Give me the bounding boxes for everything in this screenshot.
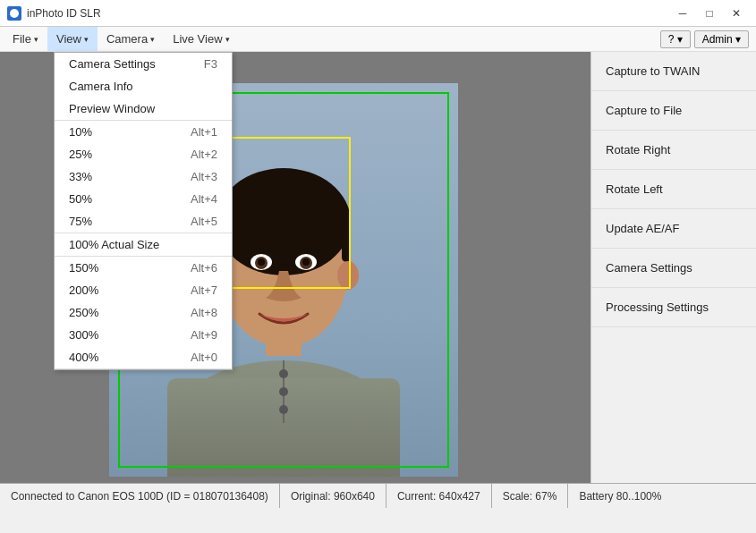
close-button[interactable]: ✕ <box>724 4 749 22</box>
status-original: Original: 960x640 <box>280 484 386 508</box>
rotate-left-button[interactable]: Rotate Left <box>591 170 756 209</box>
svg-point-15 <box>258 258 265 266</box>
menu-liveview[interactable]: Live View ▾ <box>164 27 238 51</box>
window-controls: ─ □ ✕ <box>670 4 749 22</box>
menu-zoom-75[interactable]: 75% Alt+5 <box>55 210 232 233</box>
menu-zoom-400[interactable]: 400% Alt+0 <box>55 346 232 368</box>
svg-point-0 <box>10 9 19 18</box>
menu-camera-settings[interactable]: Camera Settings F3 <box>55 53 232 75</box>
camera-arrow-icon: ▾ <box>150 35 155 44</box>
processing-settings-button[interactable]: Processing Settings <box>591 288 756 327</box>
rotate-right-button[interactable]: Rotate Right <box>591 131 756 170</box>
status-scale: Scale: 67% <box>492 484 569 508</box>
camera-settings-button[interactable]: Camera Settings <box>591 249 756 288</box>
menu-zoom-250[interactable]: 250% Alt+8 <box>55 301 232 324</box>
svg-point-10 <box>337 261 359 290</box>
app-icon <box>7 6 21 21</box>
capture-file-button[interactable]: Capture to File <box>591 91 756 131</box>
menu-bar: File ▾ View ▾ Camera ▾ Live View ▾ ? ▾ A… <box>0 27 756 52</box>
update-aeaf-button[interactable]: Update AE/AF <box>591 209 756 249</box>
svg-point-6 <box>217 168 351 275</box>
file-arrow-icon: ▾ <box>34 35 38 44</box>
menu-zoom-25[interactable]: 25% Alt+2 <box>55 143 232 165</box>
liveview-arrow-icon: ▾ <box>225 35 230 44</box>
svg-rect-8 <box>342 208 351 262</box>
status-connection: Connected to Canon EOS 100D (ID = 018070… <box>0 484 280 508</box>
menu-right: ? ▾ Admin ▾ <box>660 27 752 51</box>
right-sidebar: Capture to TWAIN Capture to File Rotate … <box>590 52 756 508</box>
minimize-button[interactable]: ─ <box>670 4 695 22</box>
maximize-button[interactable]: □ <box>697 4 722 22</box>
admin-button[interactable]: Admin ▾ <box>694 30 749 48</box>
status-bar: Connected to Canon EOS 100D (ID = 018070… <box>0 483 756 508</box>
title-bar: inPhoto ID SLR ─ □ ✕ <box>0 0 756 27</box>
svg-point-19 <box>279 387 288 396</box>
menu-zoom-150[interactable]: 150% Alt+6 <box>55 257 232 279</box>
menu-preview-window[interactable]: Preview Window <box>55 97 232 120</box>
menu-camera-info[interactable]: Camera Info <box>55 75 232 97</box>
menu-zoom-50[interactable]: 50% Alt+4 <box>55 188 232 210</box>
menu-zoom-200[interactable]: 200% Alt+7 <box>55 279 232 301</box>
status-current: Current: 640x427 <box>386 484 492 508</box>
dropdown-section-3: 100% Actual Size <box>55 233 232 257</box>
menu-camera[interactable]: Camera ▾ <box>98 27 164 51</box>
svg-point-18 <box>279 369 288 378</box>
dropdown-section-4: 150% Alt+6 200% Alt+7 250% Alt+8 300% Al… <box>55 257 232 369</box>
app-title: inPhoto ID SLR <box>27 7 101 20</box>
menu-zoom-33[interactable]: 33% Alt+3 <box>55 165 232 188</box>
status-battery: Battery 80..100% <box>568 484 672 508</box>
svg-point-20 <box>279 405 288 414</box>
menu-zoom-100[interactable]: 100% Actual Size <box>55 233 232 256</box>
menu-zoom-10[interactable]: 10% Alt+1 <box>55 121 232 143</box>
view-arrow-icon: ▾ <box>84 35 89 44</box>
dropdown-section-1: Camera Settings F3 Camera Info Preview W… <box>55 53 232 121</box>
svg-point-16 <box>302 258 310 266</box>
menu-file[interactable]: File ▾ <box>4 27 47 51</box>
help-button[interactable]: ? ▾ <box>660 30 691 48</box>
menu-view[interactable]: View ▾ <box>47 27 98 51</box>
menu-zoom-300[interactable]: 300% Alt+9 <box>55 324 232 346</box>
dropdown-section-2: 10% Alt+1 25% Alt+2 33% Alt+3 50% Alt+4 … <box>55 121 232 233</box>
view-dropdown: Camera Settings F3 Camera Info Preview W… <box>54 52 233 370</box>
capture-twain-button[interactable]: Capture to TWAIN <box>591 52 756 91</box>
